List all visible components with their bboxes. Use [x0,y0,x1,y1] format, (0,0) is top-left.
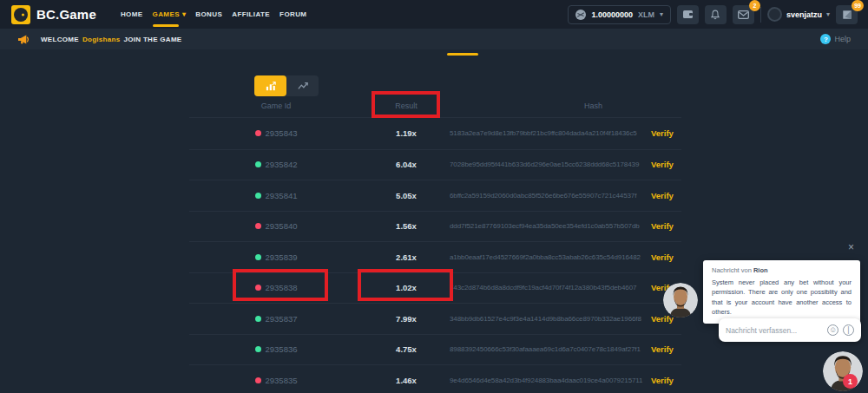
verify-link[interactable]: Verify [651,191,681,200]
status-dot [255,285,261,291]
help-label: Help [834,35,851,43]
username-label: svenjatzu [786,10,822,19]
status-dot [255,254,261,260]
game-id: 2935843 [266,128,298,138]
announcement-prefix: WELCOME [41,36,79,43]
verify-link[interactable]: Verify [651,376,681,385]
user-avatar [767,7,782,22]
notifications-button[interactable] [705,5,727,24]
attachment-icon[interactable]: | [843,324,854,336]
status-dot [255,130,261,136]
chevron-down-icon: ▾ [182,10,186,18]
bcgame-logo[interactable]: BC.Game [10,4,96,25]
xlm-coin-icon [575,10,586,20]
verify-link[interactable]: Verify [651,252,681,262]
chat-message-text: System never placed any bet without your… [712,278,852,317]
game-id: 2935840 [266,221,298,231]
messages-button[interactable]: 2 [733,5,754,24]
verify-link[interactable]: Verify [651,128,681,138]
game-id: 2935841 [266,191,298,200]
table-row: 2935835 1.46x 9e4d6546d4e58a42d3b4f92488… [189,364,681,393]
chevron-down-icon: ▾ [660,10,663,18]
verify-link[interactable]: Verify [651,344,681,354]
bell-icon [710,10,720,20]
game-id-cell: 2935842 [189,160,363,169]
table-row: 2935843 1.19x 5183a2ea7e9d8e13fb79bbf21b… [189,118,681,149]
chat-from-label: Nachricht von [712,266,752,274]
announcement-username: Dogishans [82,36,121,43]
emoji-icon[interactable]: ☺ [827,324,838,336]
chat-icon [842,10,852,20]
announcement-text: WELCOME Dogishans JOIN THE GAME [41,36,182,43]
wallet-icon [682,10,694,19]
chevron-down-icon: ▾ [826,10,830,18]
main-nav: HOME GAMES ▾ BONUS AFFILIATE FORUM [121,0,306,29]
column-header-hash: Hash [450,102,651,110]
result-value: 6.04x [363,160,450,169]
chat-badge: 99 [852,0,864,11]
status-dot [255,223,261,229]
hash-value: 6bffc2a59159d2060d0abc85f526e6be676e5590… [450,192,651,200]
help-icon: ? [820,34,831,44]
verify-link[interactable]: Verify [651,221,681,231]
status-dot [255,193,261,199]
user-menu[interactable]: svenjatzu ▾ [767,7,830,22]
megaphone-icon [17,34,30,45]
game-id-cell: 2935839 [189,252,363,262]
table-row: 2935840 1.56x ddd7f521e87769103ecf94ea35… [189,211,681,242]
nav-item-home[interactable]: HOME [121,0,143,29]
table-row: 2935837 7.99x 348bb9db61527e4c9f3e4a1414… [189,303,681,334]
status-dot [255,316,261,322]
table-row-highlighted: 2935838 1.02x 743c2d874b6d8a8dcdf9fc19ac… [189,272,681,304]
mail-badge: 2 [749,0,760,11]
chat-launcher-avatar[interactable] [823,351,863,391]
column-header-result: Result [363,102,450,110]
balance-amount: 1.00000000 [591,10,633,19]
table-row: 2935839 2.61x a1bb0eaaf17ed4527669f2a0bb… [189,241,681,272]
chat-sender-name: Rion [753,266,768,274]
hash-value: ddd7f521e87769103ecf94ea35da50ee354efd1c… [450,222,651,230]
nav-item-forum[interactable]: FORUM [279,0,306,29]
bar-chart-icon [265,81,277,91]
hash-value: a1bb0eaaf17ed4527669f2a0bba8cc53abab26c6… [450,253,651,261]
status-dot [255,161,261,167]
table-header-row: Game Id Result Hash [189,94,681,118]
hash-value: 7028be95dd95f441b633d6d296e0ae15cc6238dd… [450,160,651,168]
close-icon[interactable]: × [848,242,854,252]
chat-message-input[interactable] [726,326,823,335]
announcement-suffix: JOIN THE GAME [123,36,181,43]
hash-value: 8988392450666c53f30afaaaea69c1d6a7c0407e… [450,345,651,353]
result-value: 1.19x [363,128,450,138]
logo-text: BC.Game [36,7,96,22]
game-id-cell: 2935840 [189,221,363,231]
result-value: 4.75x [363,344,450,354]
nav-item-games[interactable]: GAMES ▾ [153,0,187,29]
balance-selector[interactable]: 1.00000000 XLM ▾ [568,5,671,24]
game-id-cell: 2935836 [189,344,363,354]
game-id-cell: 2935841 [189,191,363,200]
game-id-cell: 2935837 [189,314,363,324]
result-value: 1.56x [363,221,450,231]
result-value: 1.46x [363,376,450,385]
status-dot [255,377,261,383]
result-value: 7.99x [363,314,450,324]
page-tab-indicator [447,53,478,56]
game-id-cell: 2935835 [189,376,363,385]
chat-toggle-button[interactable]: 99 [836,5,858,24]
column-header-game-id: Game Id [189,102,363,110]
header-divider [760,7,761,23]
wallet-button[interactable] [677,5,699,24]
nav-item-affiliate[interactable]: AFFILIATE [232,0,270,29]
hash-value: 743c2d874b6d8a8dcdf9fc19acf4d70f74f12a38… [450,284,651,291]
game-id: 2935839 [266,252,298,262]
chat-from-line: Nachricht von Rion [712,266,852,274]
verify-link[interactable]: Verify [651,160,681,169]
hash-value: 348bb9db61527e4c9f3e4a1414d9b8ba66ce8970… [450,315,651,323]
help-button[interactable]: ? Help [820,34,851,44]
table-row: 2935836 4.75x 8988392450666c53f30afaaaea… [189,334,681,365]
chat-unread-badge: 1 [843,374,858,389]
game-id-cell: 2935838 [189,283,363,292]
nav-item-bonus[interactable]: BONUS [195,0,222,29]
game-id: 2935838 [266,283,298,292]
hash-value: 9e4d6546d4e58a42d3b4f924883baa4daac019ce… [450,377,651,384]
